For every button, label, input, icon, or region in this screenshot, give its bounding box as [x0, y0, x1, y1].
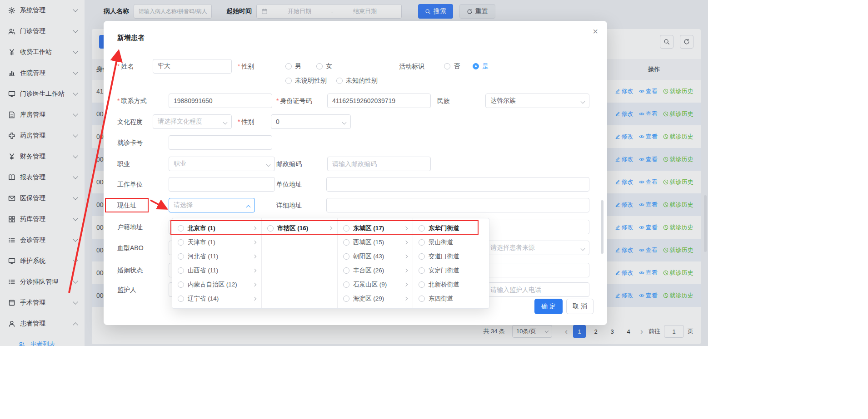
chevron-right-icon [404, 226, 408, 230]
current-address-label: 现住址 [117, 198, 136, 212]
confirm-button[interactable]: 确 定 [534, 299, 563, 314]
chevron-right-icon [253, 268, 256, 272]
chevron-right-icon [329, 226, 332, 230]
marital-status-label: 婚姻状态 [117, 263, 143, 277]
gender-code-label: *性别 [238, 114, 254, 129]
cascader-street-option[interactable]: 安定门街道 [413, 263, 489, 277]
chevron-down-icon [223, 120, 228, 125]
radio-icon [178, 225, 184, 232]
gender-radio-unstated[interactable]: 未说明性别 [285, 74, 327, 88]
cascader-district-option[interactable]: 西城区 (15) [338, 235, 413, 249]
work-unit-label: 工作单位 [117, 177, 143, 192]
guardian-label: 监护人 [117, 282, 136, 297]
gender-radio-female[interactable]: 女 [316, 59, 332, 74]
cascader-province-column: 北京市 (1) 天津市 (1) 河北省 (11) 山西省 (11) 内蒙古自治区… [172, 218, 262, 308]
scrollbar-thumb[interactable] [704, 195, 707, 252]
app-window: 系统管理 门诊管理 收费工作站 住院管理 门诊医生工作站 库房管理 药房管理 财… [0, 0, 708, 346]
cascader-province-option[interactable]: 内蒙古自治区 (12) [172, 277, 261, 291]
ethnicity-select[interactable]: 达斡尔族 [485, 94, 589, 108]
name-input[interactable] [153, 59, 232, 74]
radio-icon [343, 239, 349, 246]
visit-card-input[interactable] [169, 135, 272, 150]
cascader-street-option[interactable]: 北新桥街道 [413, 277, 489, 291]
cascader-street-option[interactable]: 交道口街道 [413, 249, 489, 263]
radio-icon [267, 225, 274, 232]
cascader-district-option[interactable]: 东城区 (17) [338, 221, 413, 235]
chevron-right-icon [253, 296, 256, 300]
cascader-street-option[interactable]: 东四街道 [413, 291, 489, 306]
id-number-label: *身份证号码 [276, 94, 312, 108]
chevron-right-icon [404, 240, 408, 244]
modal-scrollbar-thumb[interactable] [601, 200, 604, 254]
chevron-down-icon [581, 246, 585, 251]
gender-label: *性别 [238, 59, 254, 74]
cascader-province-option[interactable]: 河北省 (11) [172, 249, 261, 263]
id-number-input[interactable] [327, 94, 431, 108]
radio-icon [178, 239, 184, 246]
cascader-street-option[interactable]: 景山街道 [413, 235, 489, 249]
name-label: *姓名 [117, 59, 134, 74]
education-label: 文化程度 [117, 114, 143, 129]
postal-code-label: 邮政编码 [276, 157, 302, 171]
education-select[interactable]: 请选择文化程度 [153, 114, 232, 129]
chevron-right-icon [404, 268, 408, 272]
postal-code-input[interactable] [327, 157, 431, 171]
household-address-label: 户籍地址 [117, 220, 143, 234]
current-address-select[interactable]: 请选择 [169, 198, 255, 212]
radio-icon [343, 281, 349, 288]
radio-icon [343, 296, 349, 302]
work-unit-input[interactable] [169, 177, 275, 192]
cascader-province-option[interactable]: 北京市 (1) [172, 221, 261, 235]
cascader-district-option[interactable]: 石景山区 (9) [338, 277, 413, 291]
cascader-district-option[interactable]: 朝阳区 (43) [338, 249, 413, 263]
cascader-city-column: 市辖区 (16) [262, 218, 338, 308]
radio-icon [343, 267, 349, 274]
chevron-right-icon [253, 226, 256, 230]
radio-icon [419, 296, 425, 302]
unit-address-label: 单位地址 [276, 177, 302, 192]
gender-radio-unknown[interactable]: 未知的性别 [336, 74, 378, 88]
active-flag-radio-yes[interactable]: 是 [473, 59, 489, 74]
contact-input[interactable] [169, 94, 272, 108]
occupation-select[interactable]: 职业 [169, 157, 275, 171]
dialog-title: 新增患者 [117, 34, 145, 42]
cascader-district-option[interactable]: 丰台区 (26) [338, 263, 413, 277]
chevron-right-icon [404, 296, 408, 300]
radio-icon [419, 281, 425, 288]
cascader-street-option[interactable]: 东华门街道 [413, 221, 489, 235]
cascader-city-option[interactable]: 市辖区 (16) [262, 221, 337, 235]
occupation-label: 职业 [117, 157, 130, 171]
cascader-district-option[interactable]: 海淀区 (29) [338, 291, 413, 306]
radio-icon [419, 267, 425, 274]
marital-extra-input[interactable] [485, 263, 589, 277]
detail-address-input[interactable] [326, 198, 589, 212]
unit-address-input[interactable] [326, 177, 589, 192]
chevron-down-icon [342, 120, 347, 125]
cascader-province-option[interactable]: 山西省 (11) [172, 263, 261, 277]
cancel-button[interactable]: 取 消 [566, 299, 594, 314]
blood-type-label: 血型ABO [117, 241, 144, 255]
radio-icon [343, 225, 349, 232]
active-flag-radio-no[interactable]: 否 [444, 59, 460, 74]
chevron-down-icon [266, 163, 271, 167]
active-flag-label: 活动标识 [399, 59, 424, 74]
chevron-right-icon [404, 282, 408, 286]
gender-code-select[interactable]: 0 [271, 114, 351, 129]
household-extra-input[interactable] [485, 220, 589, 234]
cascader-province-option[interactable]: 天津市 (1) [172, 235, 261, 249]
address-cascader-dropdown: 北京市 (1) 天津市 (1) 河北省 (11) 山西省 (11) 内蒙古自治区… [172, 218, 489, 309]
radio-icon [178, 267, 184, 274]
chevron-right-icon [253, 254, 256, 258]
chevron-right-icon [253, 240, 256, 244]
guardian-phone-input[interactable] [485, 282, 589, 297]
radio-icon [419, 253, 425, 260]
radio-icon [178, 281, 184, 288]
ethnicity-label: 民族 [437, 94, 450, 108]
close-icon[interactable]: × [593, 26, 598, 37]
contact-label: *联系方式 [117, 94, 146, 108]
cascader-street-column: 东华门街道 景山街道 交道口街道 安定门街道 北新桥街道 东四街道 [413, 218, 489, 308]
cascader-province-option[interactable]: 辽宁省 (14) [172, 291, 261, 306]
cascader-district-column: 东城区 (17) 西城区 (15) 朝阳区 (43) 丰台区 (26) 石景山区… [338, 218, 413, 308]
gender-radio-male[interactable]: 男 [285, 59, 301, 74]
patient-source-select[interactable]: 请选择患者来源 [485, 241, 589, 255]
